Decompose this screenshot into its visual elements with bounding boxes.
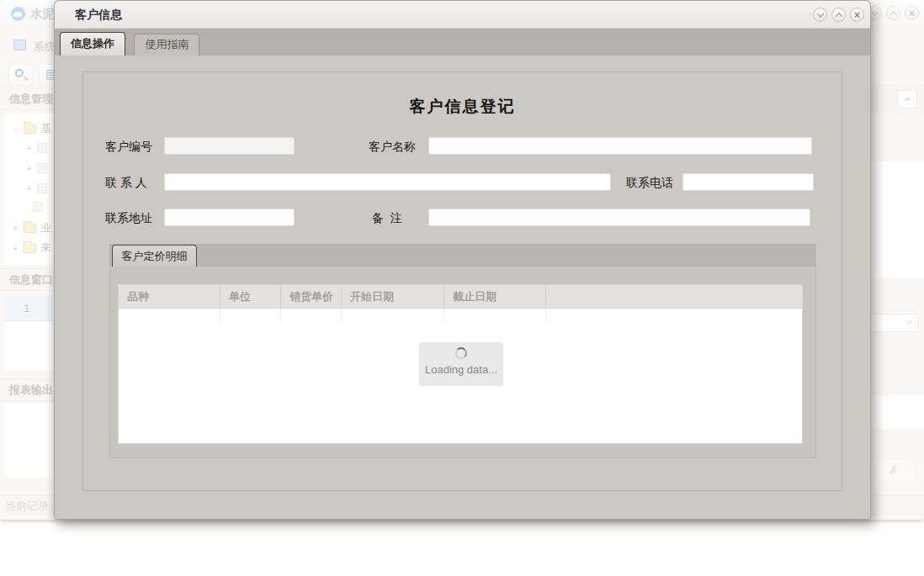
contact-person-input[interactable] — [164, 173, 611, 191]
contact-address-input[interactable] — [164, 209, 295, 226]
dialog-maximize-button[interactable] — [831, 8, 846, 22]
column-unit[interactable]: 单位 — [220, 285, 281, 308]
dialog-titlebar[interactable]: 客户信息 × — [55, 1, 870, 29]
label-customer-name: 客户名称 — [369, 140, 416, 155]
dialog-body: 客户信息登记 客户编号 客户名称 联 系 人 联系电话 联系地址 备 注 客户定… — [55, 55, 870, 521]
loading-indicator: Loading data... — [419, 342, 503, 386]
column-filler — [546, 285, 802, 308]
form-title: 客户信息登记 — [83, 96, 842, 118]
contact-phone-input[interactable] — [682, 173, 814, 191]
screen: 水泥管 × 系统 信息管理 - 基 + — [0, 0, 924, 576]
tab-user-guide[interactable]: 使用指南 — [134, 34, 199, 55]
close-icon: × — [854, 10, 860, 20]
note-input[interactable] — [428, 209, 810, 226]
detail-tabstrip: 客户定价明细 — [109, 244, 816, 267]
column-unit-price[interactable]: 销货单价 — [281, 285, 342, 308]
customer-name-input[interactable] — [428, 137, 812, 155]
chevron-up-icon — [835, 13, 842, 19]
column-start-date[interactable]: 开始日期 — [342, 285, 444, 308]
chevron-down-icon — [816, 10, 823, 17]
pricing-detail-panel: 品种 单位 销货单价 开始日期 截止日期 — [109, 267, 816, 458]
spinner-icon — [455, 347, 467, 359]
dialog-title: 客户信息 — [75, 8, 122, 23]
pricing-grid: 品种 单位 销货单价 开始日期 截止日期 — [118, 284, 803, 444]
dialog-minimize-button[interactable] — [813, 8, 827, 22]
grid-header: 品种 单位 销货单价 开始日期 截止日期 — [119, 285, 802, 309]
tab-pricing-detail[interactable]: 客户定价明细 — [112, 245, 197, 267]
label-contact-person: 联 系 人 — [105, 176, 147, 191]
label-contact-phone: 联系电话 — [626, 176, 673, 191]
label-contact-address: 联系地址 — [105, 211, 152, 226]
tab-info-operation[interactable]: 信息操作 — [60, 32, 125, 55]
label-customer-code: 客户编号 — [105, 140, 152, 155]
dialog-tabstrip: 信息操作 使用指南 — [55, 29, 870, 55]
dialog-window-buttons: × — [813, 8, 864, 22]
registration-panel: 客户信息登记 客户编号 客户名称 联 系 人 联系电话 联系地址 备 注 客户定… — [82, 71, 842, 491]
loading-text: Loading data... — [419, 363, 503, 376]
customer-info-dialog: 客户信息 × 信息操作 使用指南 客户信息登记 客户编号 客户名称 联 系 人 … — [54, 0, 871, 520]
column-variety[interactable]: 品种 — [119, 285, 220, 308]
grid-empty-row — [119, 309, 802, 321]
label-note: 备 注 — [372, 211, 402, 226]
dialog-close-button[interactable]: × — [850, 8, 864, 22]
customer-code-input[interactable] — [164, 137, 295, 155]
column-end-date[interactable]: 截止日期 — [444, 285, 546, 308]
